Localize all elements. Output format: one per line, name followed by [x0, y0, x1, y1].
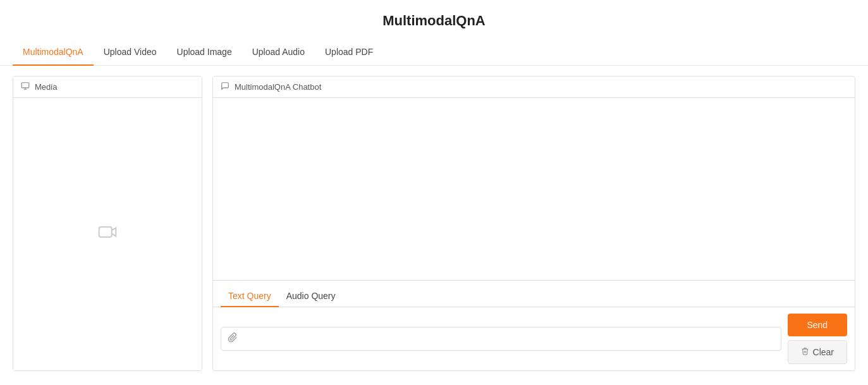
chatbot-panel-label: MultimodalQnA Chatbot	[235, 82, 321, 92]
page-title: MultimodalQnA	[0, 13, 868, 29]
attach-icon[interactable]	[228, 333, 238, 345]
query-tabs: Text Query Audio Query	[213, 281, 855, 307]
page-header: MultimodalQnA	[0, 0, 868, 39]
video-placeholder-icon	[97, 222, 118, 247]
media-panel-label: Media	[35, 82, 57, 92]
query-input[interactable]	[241, 334, 774, 344]
tab-upload-audio[interactable]: Upload Audio	[242, 39, 315, 66]
nav-tabs: MultimodalQnA Upload Video Upload Image …	[0, 39, 868, 66]
media-panel-icon	[21, 82, 30, 92]
chatbot-body	[213, 98, 855, 280]
clear-icon	[801, 347, 809, 357]
main-content: Media MultimodalQnA Chatbot Text Query	[0, 66, 868, 381]
buttons-area: Send Clear	[788, 314, 847, 364]
query-tab-text[interactable]: Text Query	[221, 286, 279, 307]
tab-upload-image[interactable]: Upload Image	[167, 39, 242, 66]
query-input-row: Send Clear	[213, 307, 855, 370]
media-panel-body	[13, 98, 202, 370]
chatbot-panel-icon	[221, 82, 229, 92]
media-panel-header: Media	[13, 76, 202, 98]
query-tab-audio[interactable]: Audio Query	[279, 286, 343, 307]
chatbot-panel-header: MultimodalQnA Chatbot	[213, 76, 855, 98]
clear-button[interactable]: Clear	[788, 340, 847, 364]
query-section: Text Query Audio Query Send	[213, 280, 855, 370]
tab-upload-video[interactable]: Upload Video	[94, 39, 167, 66]
clear-label: Clear	[813, 347, 834, 357]
svg-rect-2	[99, 227, 112, 237]
svg-rect-0	[21, 83, 29, 88]
send-button[interactable]: Send	[788, 314, 847, 336]
tab-multimodal[interactable]: MultimodalQnA	[13, 39, 94, 66]
tab-upload-pdf[interactable]: Upload PDF	[315, 39, 383, 66]
query-input-wrapper	[221, 327, 781, 351]
right-panel: MultimodalQnA Chatbot Text Query Audio Q…	[212, 76, 855, 371]
left-panel: Media	[13, 76, 202, 371]
